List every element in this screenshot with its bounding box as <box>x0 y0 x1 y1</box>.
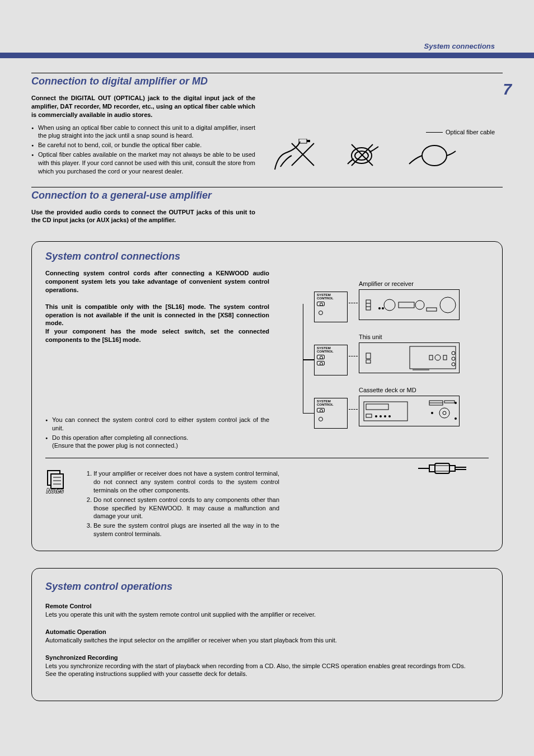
cassette-unit <box>359 396 460 426</box>
system-control-label: SYSTEM CONTROL <box>317 293 345 300</box>
system-control-label: SYSTEM CONTROL <box>317 346 345 353</box>
ops-subhead-auto: Automatic Operation <box>45 628 489 636</box>
svg-point-25 <box>452 351 455 355</box>
svg-point-33 <box>384 415 386 417</box>
svg-point-42 <box>455 417 457 420</box>
svg-rect-53 <box>449 466 455 471</box>
s3-p2: This unit is compatible only with the [S… <box>45 303 269 328</box>
svg-rect-40 <box>444 401 455 403</box>
section3-text: Connecting system control cords after co… <box>45 269 269 451</box>
page-content: Connection to digital amplifier or MD Co… <box>31 73 503 701</box>
system-control-label: SYSTEM CONTROL <box>317 400 345 406</box>
svg-rect-50 <box>435 463 449 473</box>
svg-rect-35 <box>366 414 372 417</box>
header-rule <box>0 53 534 58</box>
svg-point-22 <box>435 355 441 360</box>
svg-point-37 <box>443 411 446 415</box>
svg-rect-21 <box>366 360 371 363</box>
svg-rect-45 <box>51 474 63 489</box>
header-category: System connections <box>424 42 495 50</box>
system-control-operations-box: System control operations Remote Control… <box>31 568 503 701</box>
svg-point-27 <box>452 363 455 366</box>
svg-rect-12 <box>399 302 414 308</box>
svg-rect-1 <box>307 140 310 142</box>
svg-rect-20 <box>366 353 371 359</box>
svg-text:Notes: Notes <box>46 487 64 494</box>
note-item: If your amplifier or receiver does not h… <box>93 469 279 495</box>
svg-point-26 <box>452 357 455 360</box>
svg-point-8 <box>422 145 447 166</box>
svg-point-11 <box>415 300 424 309</box>
s3-p1: Connecting system control cords after co… <box>45 269 269 294</box>
s1-intro: Connect the DIGITAL OUT (OPTICAL) jack t… <box>31 94 255 119</box>
this-unit-label: This unit <box>359 334 489 340</box>
s2-intro: Use the provided audio cords to connect … <box>31 208 255 225</box>
section-rule <box>31 73 503 73</box>
ops-subhead-remote: Remote Control <box>45 602 489 611</box>
ops-text: Lets you synchronize recording with the … <box>45 662 489 670</box>
svg-point-17 <box>378 307 381 309</box>
note-item: Be sure the system control plugs are ins… <box>93 522 279 538</box>
svg-rect-30 <box>366 404 388 410</box>
svg-point-36 <box>439 408 449 418</box>
svg-rect-23 <box>429 355 433 360</box>
section2-text: Use the provided audio cords to connect … <box>31 208 255 225</box>
cassette-deck-label: Cassette deck or MD <box>359 387 489 393</box>
svg-point-31 <box>375 415 377 417</box>
section1-text: Connect the DIGITAL OUT (OPTICAL) jack t… <box>31 94 255 177</box>
svg-rect-29 <box>364 402 407 421</box>
divider <box>45 458 489 458</box>
section-rule <box>31 187 503 187</box>
s3-bullet: Do this operation after completing all c… <box>45 434 269 450</box>
svg-point-41 <box>455 402 457 404</box>
ops-text: Lets you operate this unit with the syst… <box>45 611 489 619</box>
s3-p3: If your component has the mode select sw… <box>45 327 269 344</box>
s1-bullet: Optical fiber cables available on the ma… <box>31 151 255 176</box>
section-title-syscontrol: System control connections <box>45 251 489 262</box>
amplifier-unit <box>359 289 460 320</box>
fiber-correct-icon <box>406 139 457 172</box>
svg-point-43 <box>431 412 433 414</box>
s3-bullet: You can connect the system control cord … <box>45 416 269 433</box>
section-title-ops: System control operations <box>45 580 489 593</box>
section-title-general: Connection to a general-use amplifier <box>31 190 503 201</box>
ops-text: See the operating instructions supplied … <box>45 670 489 678</box>
section-title-digital: Connection to digital amplifier or MD <box>31 76 503 87</box>
svg-point-32 <box>380 415 382 417</box>
svg-rect-13 <box>427 308 437 311</box>
fiber-wrong-icon <box>272 139 322 172</box>
page-number: 7 <box>503 81 512 98</box>
plug-icon <box>418 460 469 477</box>
fiber-wrong-icon <box>345 139 384 172</box>
s1-bullet: When using an optical fiber cable to con… <box>31 124 255 140</box>
svg-rect-56 <box>429 465 435 472</box>
svg-rect-24 <box>443 355 447 360</box>
notes-icon: Notes <box>45 469 72 496</box>
system-control-connections-box: System control connections Connecting sy… <box>31 241 503 551</box>
svg-point-10 <box>384 299 395 311</box>
note-item: Do not connect system control cords to a… <box>93 496 279 521</box>
ops-text: Automatically switches the input selecto… <box>45 636 489 645</box>
notes-list: If your amplifier or receiver does not h… <box>83 469 279 539</box>
fiber-cable-label: Optical fiber cable <box>446 129 495 135</box>
fiber-diagram: Optical fiber cable <box>272 94 503 177</box>
svg-point-9 <box>440 297 456 313</box>
this-unit <box>359 342 460 373</box>
amplifier-label: Amplifier or receiver <box>359 280 489 287</box>
svg-point-18 <box>382 307 384 309</box>
system-diagram: SYSTEM CONTROL SYSTEM CONTROL SYSTEM CON… <box>286 269 489 437</box>
svg-point-34 <box>388 415 391 417</box>
svg-rect-14 <box>366 300 371 310</box>
s1-bullet: Be careful not to bend, coil, or bundle … <box>31 141 255 149</box>
ops-subhead-sync: Synchronized Recording <box>45 654 489 662</box>
